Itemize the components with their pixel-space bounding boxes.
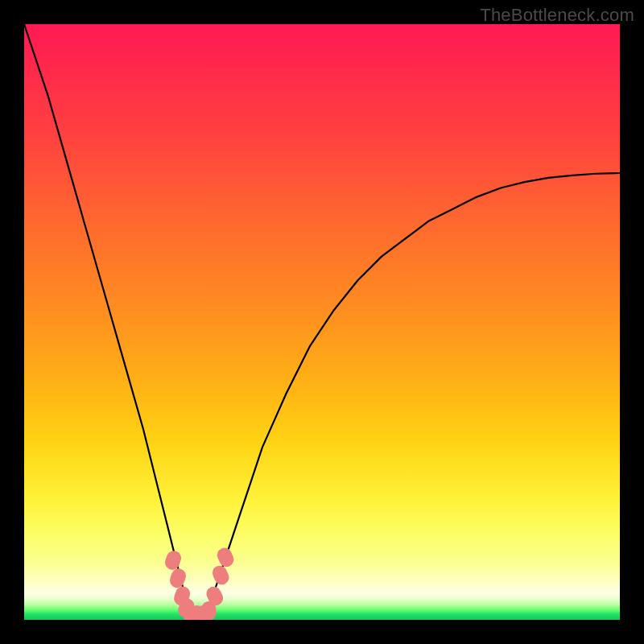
valley-marker <box>210 564 231 587</box>
valley-marker <box>215 546 236 569</box>
chart-curve-layer <box>24 24 620 620</box>
chart-plot-area <box>24 24 620 620</box>
bottleneck-curve <box>24 24 620 616</box>
valley-marker <box>163 549 183 572</box>
valley-marker <box>167 567 188 590</box>
watermark-label: TheBottleneck.com <box>480 5 634 26</box>
